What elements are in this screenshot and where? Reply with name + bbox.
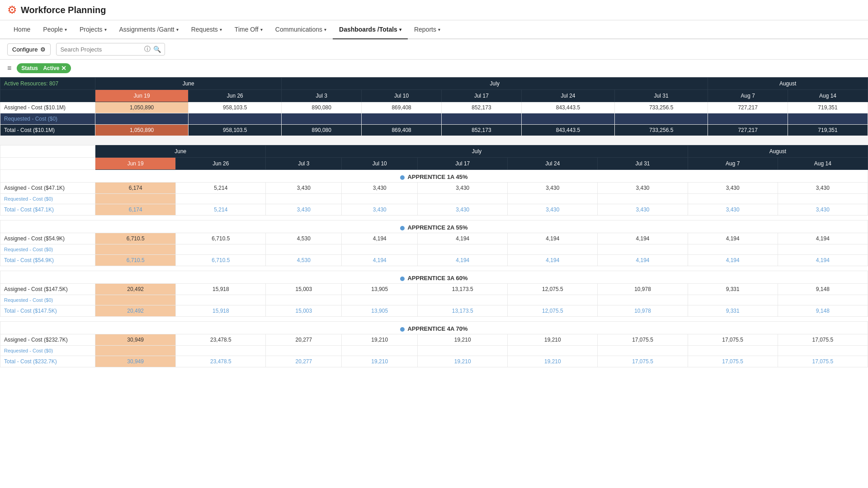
detail-week-jun19: Jun 19 — [95, 158, 176, 170]
search-input[interactable] — [60, 46, 142, 53]
app-logo: ⚙ Workforce Planning — [7, 4, 106, 16]
chevron-down-icon: ▾ — [399, 27, 401, 32]
week-jun19-header: Jun 19 — [95, 90, 189, 102]
app-header: ⚙ Workforce Planning — [0, 0, 868, 20]
chevron-down-icon: ▾ — [104, 27, 107, 32]
cat-2-total-row: Total - Cost ($147.5K)20,49215,91815,003… — [0, 305, 868, 317]
nav-item-home[interactable]: Home — [7, 20, 37, 39]
summary-requested-row: Requested - Cost ($0) — [0, 113, 868, 125]
cat-2-requested-row: Requested - Cost ($0) — [0, 295, 868, 305]
july-header: July — [282, 78, 708, 90]
app-logo-icon: ⚙ — [7, 4, 17, 16]
summary-section: Active Resources: 807 June July August J… — [0, 77, 868, 136]
filter-toggle-button[interactable]: ≡ — [7, 64, 11, 72]
cat-0-assigned-row: Assigned - Cost ($47.1K)6,1745,2143,4303… — [0, 183, 868, 194]
app-title: Workforce Planning — [21, 5, 106, 15]
nav-bar: Home People ▾ Projects ▾ Assignments /Ga… — [0, 20, 868, 39]
detail-week-jun26: Jun 26 — [176, 158, 266, 170]
nav-item-people[interactable]: People ▾ — [37, 20, 73, 39]
gear-icon: ⚙ — [40, 46, 46, 53]
cat-1-requested-row: Requested - Cost ($0) — [0, 244, 868, 255]
chevron-down-icon: ▾ — [260, 27, 263, 32]
detail-week-jul3: Jul 3 — [266, 158, 342, 170]
august-header: August — [708, 78, 868, 90]
week-jul17-header: Jul 17 — [442, 90, 522, 102]
spacer-row — [0, 216, 868, 221]
category-header-2: APPRENTICE 3A 60% — [0, 271, 868, 284]
chevron-down-icon: ▾ — [438, 27, 440, 32]
week-jul24-header: Jul 24 — [521, 90, 614, 102]
category-header-0: APPRENTICE 1A 45% — [0, 170, 868, 183]
cat-0-total-row: Total - Cost ($47.1K)6,1745,2143,4303,43… — [0, 204, 868, 216]
nav-item-reports[interactable]: Reports ▾ — [408, 20, 447, 39]
search-icon[interactable]: 🔍 — [153, 46, 161, 53]
detail-table: June July August Jun 19 Jun 26 Jul 3 Jul… — [0, 145, 868, 367]
search-box: ⓘ 🔍 — [56, 43, 165, 56]
cat-3-assigned-row: Assigned - Cost ($232.7K)30,94923,478.52… — [0, 334, 868, 346]
cat-0-requested-row: Requested - Cost ($0) — [0, 194, 868, 204]
detail-week-jul24: Jul 24 — [508, 158, 598, 170]
category-header-3: APPRENTICE 4A 70% — [0, 322, 868, 334]
filter-bar: ≡ Status Active ✕ — [0, 60, 868, 77]
detail-week-jul31: Jul 31 — [598, 158, 688, 170]
detail-section: June July August Jun 19 Jun 26 Jul 3 Jul… — [0, 145, 868, 367]
cat-3-total-row: Total - Cost ($232.7K)30,94923,478.520,2… — [0, 356, 868, 367]
summary-requested-label: Requested - Cost ($0) — [0, 113, 95, 125]
summary-total-jun19: 1,050,890 — [95, 125, 189, 136]
summary-assigned-label: Assigned - Cost ($10.1M) — [0, 102, 95, 113]
active-resources-label: Active Resources: 807 — [0, 78, 95, 90]
june-header: June — [95, 78, 282, 90]
nav-item-projects[interactable]: Projects ▾ — [73, 20, 113, 39]
chevron-down-icon: ▾ — [220, 27, 222, 32]
summary-total-label: Total - Cost ($10.1M) — [0, 125, 95, 136]
spacer-row — [0, 266, 868, 271]
nav-item-requests[interactable]: Requests ▾ — [185, 20, 228, 39]
info-icon[interactable]: ⓘ — [144, 45, 151, 53]
status-filter-badge: Status Active ✕ — [17, 63, 71, 73]
week-jul10-header: Jul 10 — [362, 90, 442, 102]
detail-june-header: June — [95, 145, 266, 158]
category-header-1: APPRENTICE 2A 55% — [0, 221, 868, 233]
nav-item-timeoff[interactable]: Time Off ▾ — [228, 20, 269, 39]
nav-item-assignments[interactable]: Assignments /Gantt ▾ — [113, 20, 185, 39]
nav-item-communications[interactable]: Communications ▾ — [269, 20, 333, 39]
chevron-down-icon: ▾ — [65, 27, 67, 32]
chevron-down-icon: ▾ — [176, 27, 179, 32]
week-aug14-header: Aug 14 — [788, 90, 868, 102]
toolbar: Configure ⚙ ⓘ 🔍 — [0, 39, 868, 60]
detail-week-aug7: Aug 7 — [688, 158, 778, 170]
week-aug7-header: Aug 7 — [708, 90, 788, 102]
summary-assigned-row: Assigned - Cost ($10.1M) 1,050,890 958,1… — [0, 102, 868, 113]
week-jul3-header: Jul 3 — [282, 90, 362, 102]
cat-3-requested-row: Requested - Cost ($0) — [0, 346, 868, 356]
filter-close-icon[interactable]: ✕ — [61, 65, 66, 72]
summary-assigned-jun19: 1,050,890 — [95, 102, 189, 113]
cat-2-assigned-row: Assigned - Cost ($147.5K)20,49215,91815,… — [0, 284, 868, 295]
configure-button[interactable]: Configure ⚙ — [7, 43, 51, 56]
detail-august-header: August — [688, 145, 868, 158]
detail-july-header: July — [266, 145, 688, 158]
detail-week-jul17: Jul 17 — [418, 158, 508, 170]
detail-week-jul10: Jul 10 — [342, 158, 418, 170]
spacer-row — [0, 317, 868, 322]
section-divider — [0, 136, 868, 145]
summary-total-row: Total - Cost ($10.1M) 1,050,890 958,103.… — [0, 125, 868, 136]
cat-1-total-row: Total - Cost ($54.9K)6,710.56,710.54,530… — [0, 255, 868, 266]
cat-1-assigned-row: Assigned - Cost ($54.9K)6,710.56,710.54,… — [0, 233, 868, 244]
summary-table: Active Resources: 807 June July August J… — [0, 77, 868, 136]
detail-week-aug14: Aug 14 — [778, 158, 868, 170]
week-jul31-header: Jul 31 — [615, 90, 708, 102]
week-jun26-header: Jun 26 — [189, 90, 282, 102]
chevron-down-icon: ▾ — [324, 27, 326, 32]
nav-item-dashboards[interactable]: Dashboards /Totals ▾ — [333, 20, 408, 39]
